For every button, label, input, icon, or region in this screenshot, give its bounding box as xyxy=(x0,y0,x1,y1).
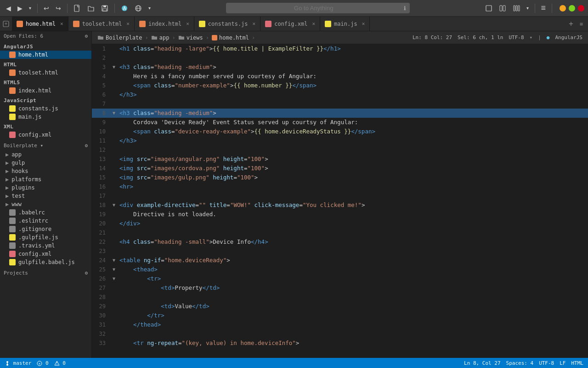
tab-close-main-js[interactable]: ✕ xyxy=(362,21,365,27)
table-row: 7 xyxy=(92,99,588,109)
sidebar-file-toolset-html[interactable]: toolset.html xyxy=(0,69,91,77)
new-file-button[interactable] xyxy=(71,4,83,13)
tab-overflow-button[interactable]: ≡ xyxy=(577,20,585,28)
line-number: 5 xyxy=(92,81,110,90)
line-number: 1 xyxy=(92,44,110,53)
status-branch[interactable]: master xyxy=(5,360,31,366)
icon1-button[interactable]: A xyxy=(119,4,130,13)
search-info-icon: ℹ xyxy=(404,5,406,12)
line-number: 3 xyxy=(92,63,110,72)
layout3-button[interactable] xyxy=(510,4,522,13)
tab-index-html[interactable]: index.html ✕ xyxy=(135,17,194,31)
breadcrumb-views[interactable]: views xyxy=(187,34,203,41)
close-button[interactable] xyxy=(578,5,584,12)
status-errors[interactable]: ✕ 0 xyxy=(37,360,48,366)
sidebar-file-constants-js[interactable]: constants.js xyxy=(0,104,91,113)
tab-close-constants-js[interactable]: ✕ xyxy=(253,21,256,27)
nav-back-button[interactable]: ◀ xyxy=(4,4,13,13)
layout1-button[interactable] xyxy=(483,4,495,13)
sidebar-projects-settings-icon[interactable]: ⚙ xyxy=(85,270,88,276)
table-row: 31 </thead> xyxy=(92,320,588,329)
sidebar-file-icon-config-xml xyxy=(9,132,16,138)
sidebar-file-icon-constants-js xyxy=(9,105,16,112)
sidebar-folder-test[interactable]: ▶ test xyxy=(0,192,91,200)
sidebar-projects-header[interactable]: Projects ⚙ xyxy=(0,268,91,278)
fold-arrow[interactable]: ▼ xyxy=(110,201,118,210)
sidebar-folder-hooks[interactable]: ▶ hooks xyxy=(0,167,91,175)
tab-config-xml[interactable]: config.xml ✕ xyxy=(260,17,320,31)
editor-area[interactable]: 1<h1 class="heading -large">{{ home.titl… xyxy=(92,44,588,358)
sidebar-file-eslintrc[interactable]: .eslintrc xyxy=(0,217,91,225)
sidebar-file-config-xml[interactable]: config.xml xyxy=(0,131,91,139)
sidebar-file-home-html[interactable]: home.html xyxy=(0,51,91,59)
sidebar-file-gulpfile-js[interactable]: .gulpfile.js xyxy=(0,233,91,242)
fold-arrow[interactable]: ▼ xyxy=(110,256,118,265)
breadcrumb-boilerplate[interactable]: Boilerplate xyxy=(106,34,142,41)
sidebar-file-travis-yml[interactable]: .travis.yml xyxy=(0,242,91,250)
status-warnings[interactable]: ! 0 xyxy=(54,360,66,366)
fold-arrow[interactable]: ▼ xyxy=(110,63,118,72)
sidebar-file-main-js[interactable]: main.js xyxy=(0,113,91,121)
sidebar-folder-plugins[interactable]: ▶ plugins xyxy=(0,184,91,192)
sidebar-boilerplate-header[interactable]: Boilerplate ▾ ⚙ xyxy=(0,141,91,150)
search-input[interactable] xyxy=(226,3,410,13)
breadcrumb-app[interactable]: app xyxy=(159,34,170,41)
status-dropdown-icon: ▾ xyxy=(530,34,533,40)
fold-arrow[interactable]: ▼ xyxy=(110,109,118,118)
tab-close-home-html[interactable]: ✕ xyxy=(60,21,63,27)
fold-arrow xyxy=(110,320,118,329)
tab-close-toolset-html[interactable]: ✕ xyxy=(126,21,130,27)
sidebar-file-gulpfile-babel-js[interactable]: gulpfile.babel.js xyxy=(0,258,91,266)
redo-button[interactable]: ↪ xyxy=(53,4,63,13)
sidebar-settings-icon[interactable]: ⚙ xyxy=(85,33,88,39)
nav-forward-button[interactable]: ▶ xyxy=(15,4,25,13)
line-number: 16 xyxy=(92,182,110,191)
minimize-button[interactable] xyxy=(560,5,566,12)
sidebar-folder-app[interactable]: ▶ app xyxy=(0,150,91,159)
status-lang-bar[interactable]: HTML xyxy=(571,360,584,366)
status-encoding[interactable]: UTF-8 xyxy=(509,34,524,40)
sidebar-file-gitignore[interactable]: .gitignore xyxy=(0,225,91,233)
sidebar-boilerplate-settings-icon[interactable]: ⚙ xyxy=(85,143,88,149)
open-file-button[interactable] xyxy=(85,4,97,13)
status-position[interactable]: Ln: 8 Col: 27 xyxy=(413,34,452,40)
tab-close-index-html[interactable]: ✕ xyxy=(186,21,189,27)
tab-add-button[interactable]: + xyxy=(566,18,576,29)
line-number: 20 xyxy=(92,219,110,228)
line-number: 11 xyxy=(92,136,110,145)
nav-dropdown-button[interactable]: ▾ xyxy=(27,5,34,12)
breadcrumb-app-folder-icon xyxy=(151,34,158,41)
sidebar-open-files-header[interactable]: Open Files: 6 ⚙ xyxy=(0,31,91,41)
fold-arrow[interactable]: ▼ xyxy=(110,274,118,283)
fold-arrow[interactable]: ▼ xyxy=(110,265,118,274)
tab-icon-constants-js xyxy=(199,21,205,27)
sidebar-file-babelrc[interactable]: .babelrc xyxy=(0,208,91,217)
tab-close-config-xml[interactable]: ✕ xyxy=(312,21,315,27)
breadcrumb-file[interactable]: home.html xyxy=(219,34,249,41)
status-lf[interactable]: LF xyxy=(560,360,565,366)
save-button[interactable] xyxy=(99,4,111,13)
layout-dropdown-button[interactable]: ▾ xyxy=(524,5,531,12)
tab-constants-js[interactable]: constants.js ✕ xyxy=(194,17,260,31)
sidebar-folder-www[interactable]: ▶ www xyxy=(0,200,91,208)
sidebar-file-index-html[interactable]: index.html xyxy=(0,86,91,95)
tab-main-js[interactable]: main.js ✕ xyxy=(320,17,370,31)
maximize-button[interactable] xyxy=(569,5,575,12)
icon2-button[interactable] xyxy=(132,4,144,13)
status-ln-col[interactable]: Ln 8, Col 27 xyxy=(464,360,500,366)
tab-toolset-html[interactable]: toolset.html ✕ xyxy=(68,17,135,31)
undo-button[interactable]: ↩ xyxy=(41,4,51,13)
sidebar-folder-platforms[interactable]: ▶ platforms xyxy=(0,175,91,184)
status-enc[interactable]: UTF-8 xyxy=(539,360,554,366)
menu-button[interactable]: ≡ xyxy=(539,2,548,14)
code-line: <td>Property</td> xyxy=(118,283,588,293)
sidebar-folder-gulp[interactable]: ▶ gulp xyxy=(0,159,91,167)
status-spaces[interactable]: Spaces: 4 xyxy=(506,360,534,366)
layout2-button[interactable] xyxy=(497,4,509,13)
sidebar-file-label-config-xml: config.xml xyxy=(18,132,51,138)
status-lang[interactable]: AngularJS xyxy=(555,34,582,40)
sidebar-file-config-xml2[interactable]: config.xml xyxy=(0,250,91,258)
tab-home-html[interactable]: home.html ✕ xyxy=(12,17,68,31)
fold-arrow xyxy=(110,127,118,136)
icon2-dropdown-button[interactable]: ▾ xyxy=(146,5,153,12)
